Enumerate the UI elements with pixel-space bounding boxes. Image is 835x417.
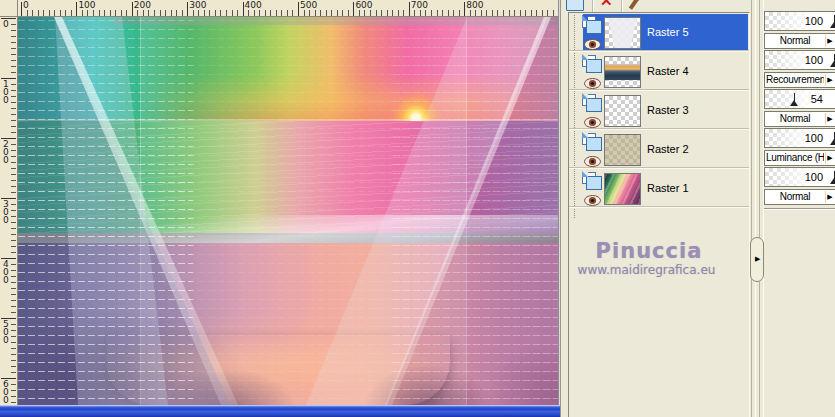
raster-layer-icon: [582, 172, 603, 190]
raster-layer-icon: [582, 16, 603, 34]
layer-row-raster-3[interactable]: Raster 3: [569, 92, 749, 130]
v-ruler-label: 1 0 0: [3, 80, 9, 104]
blend-mode-arrow-icon[interactable]: ▶: [825, 152, 834, 164]
h-ruler-major-tick: [132, 2, 133, 16]
blend-mode-arrow-icon[interactable]: ▶: [825, 191, 834, 203]
blend-controls-panel: 100 Normal ▶ 100 Recouvrement ▶ 54: [764, 0, 835, 417]
h-ruler-label: 800: [466, 0, 483, 10]
blend-mode-value: Normal: [766, 191, 824, 202]
canvas-image[interactable]: [18, 17, 558, 405]
layer-row-raster-5[interactable]: Raster 5: [569, 14, 749, 52]
opacity-slider-handle[interactable]: [830, 15, 835, 28]
blend-mode-dropdown[interactable]: Normal ▶: [764, 189, 835, 205]
h-ruler-major-tick: [464, 2, 465, 16]
opacity-value: 100: [805, 54, 823, 66]
h-ruler-major-tick: [243, 2, 244, 16]
h-ruler-label: 600: [355, 0, 372, 10]
blend-mode-dropdown[interactable]: Normal ▶: [764, 33, 835, 49]
h-ruler-label: 200: [134, 0, 151, 10]
v-ruler-label: 6 0 0: [3, 380, 9, 404]
layer-visibility-eye-icon[interactable]: [584, 36, 601, 47]
layer-thumbnail[interactable]: [604, 95, 641, 127]
h-ruler-label: 500: [300, 0, 317, 10]
opacity-value: 100: [805, 171, 823, 183]
splitter-collapse-handle[interactable]: ▶: [750, 237, 764, 282]
layer-visibility-eye-icon[interactable]: [584, 153, 601, 164]
raster-layer-icon: [582, 94, 603, 112]
row-separator: [569, 89, 749, 91]
h-ruler-major-tick: [353, 2, 354, 16]
opacity-slider-handle[interactable]: [830, 132, 835, 145]
layer-row-raster-2[interactable]: Raster 2: [569, 131, 749, 169]
blend-mode-dropdown[interactable]: Normal ▶: [764, 111, 835, 127]
watermark-title: Pinuccia: [574, 239, 724, 263]
h-ruler-major-tick: [21, 2, 22, 16]
blend-mode-dropdown[interactable]: Luminance (H) ▶: [764, 150, 835, 166]
paint-brush-icon[interactable]: [628, 0, 642, 12]
delete-layer-icon[interactable]: ✕: [600, 0, 616, 12]
toolbar-separator: [592, 0, 594, 12]
raster-layer-icon: [582, 133, 603, 151]
layer-row-raster-4[interactable]: Raster 4: [569, 53, 749, 91]
splitter-arrow-icon: ▶: [755, 255, 760, 263]
vertical-ruler: 01 0 02 0 03 0 04 0 05 0 06 0 0: [0, 17, 18, 405]
blend-mode-dropdown[interactable]: Recouvrement ▶: [764, 72, 835, 88]
ruler-corner: [0, 0, 18, 17]
opacity-slider-handle[interactable]: [790, 93, 799, 106]
layer-name: Raster 5: [647, 26, 689, 38]
layer-thumbnail[interactable]: [604, 173, 641, 205]
blend-mode-arrow-icon[interactable]: ▶: [825, 74, 834, 86]
h-ruler-label: 0: [23, 0, 29, 10]
h-ruler-major-tick: [187, 2, 188, 16]
h-ruler-label: 400: [245, 0, 262, 10]
palette-splitter[interactable]: ▶: [751, 0, 764, 417]
layer-visibility-eye-icon[interactable]: [584, 75, 601, 86]
opacity-slider[interactable]: 100: [764, 11, 835, 31]
row-separator: [569, 50, 749, 52]
toolbar-separator: [621, 0, 623, 12]
blend-mode-value: Luminance (H): [766, 152, 824, 163]
handwriting-texture-faint: [18, 17, 558, 405]
layer-row-raster-1[interactable]: Raster 1: [569, 170, 749, 208]
opacity-value: 100: [805, 132, 823, 144]
row-separator: [569, 206, 749, 208]
layer-thumbnail[interactable]: [604, 17, 641, 49]
blend-mode-arrow-icon[interactable]: ▶: [825, 113, 834, 125]
v-ruler-label: 3 0 0: [3, 200, 9, 224]
layer-visibility-eye-icon[interactable]: [584, 192, 601, 203]
row-separator: [569, 167, 749, 169]
layer-name: Raster 1: [647, 182, 689, 194]
watermark-url: www.maidiregrafica.eu: [564, 263, 729, 277]
h-ruler-major-tick: [76, 2, 77, 16]
opacity-value: 54: [811, 93, 823, 105]
opacity-slider[interactable]: 54: [764, 89, 835, 109]
v-ruler-label: 0: [3, 20, 9, 28]
opacity-slider[interactable]: 100: [764, 50, 835, 70]
raster-layer-icon: [582, 55, 603, 73]
blend-mode-value: Recouvrement: [766, 74, 824, 85]
layer-name: Raster 3: [647, 104, 689, 116]
layer-name: Raster 2: [647, 143, 689, 155]
opacity-slider[interactable]: 100: [764, 167, 835, 187]
v-ruler-label: 2 0 0: [3, 140, 9, 164]
h-ruler-major-tick: [298, 2, 299, 16]
layers-palette: ✕ Pinuccia www.maidiregrafica.eu Raster …: [560, 0, 835, 417]
layer-thumbnail[interactable]: [604, 56, 641, 88]
h-ruler-label: 100: [78, 0, 95, 10]
duplicate-layer-icon[interactable]: [566, 0, 584, 11]
blend-mode-value: Normal: [766, 113, 824, 124]
v-ruler-label: 4 0 0: [3, 260, 9, 284]
opacity-slider-handle[interactable]: [830, 54, 835, 67]
horizontal-ruler: 0100200300400500600700800: [18, 0, 560, 17]
opacity-value: 100: [805, 15, 823, 27]
row-separator: [569, 128, 749, 130]
horizontal-ruler-minor-ticks: [21, 10, 558, 16]
h-ruler-label: 300: [189, 0, 206, 10]
layer-thumbnail[interactable]: [604, 134, 641, 166]
opacity-slider-handle[interactable]: [830, 171, 835, 184]
blend-mode-arrow-icon[interactable]: ▶: [825, 35, 834, 47]
background-window-titlebar: [0, 405, 560, 417]
blend-mode-value: Normal: [766, 35, 824, 46]
layer-visibility-eye-icon[interactable]: [584, 114, 601, 125]
opacity-slider[interactable]: 100: [764, 128, 835, 148]
